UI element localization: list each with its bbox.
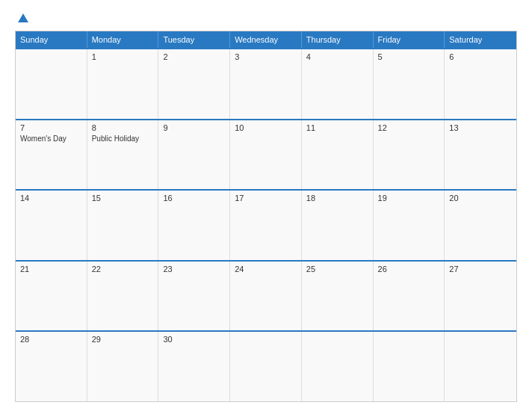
- day-number: 3: [235, 52, 297, 61]
- calendar-cell: 7Women's Day: [16, 120, 87, 190]
- day-number: 14: [20, 194, 82, 203]
- day-number: 1: [92, 52, 154, 61]
- day-number: 6: [449, 52, 512, 61]
- day-number: 28: [20, 335, 82, 344]
- day-number: 23: [163, 265, 225, 274]
- calendar-cell: 13: [445, 120, 516, 190]
- day-number: 26: [378, 265, 440, 274]
- calendar-cell: 11: [302, 120, 374, 190]
- calendar-cell: 12: [374, 120, 445, 190]
- calendar-cell: 15: [87, 191, 159, 260]
- calendar-cell: 10: [230, 120, 302, 190]
- header: [15, 13, 517, 23]
- calendar-cell: 1: [87, 49, 159, 119]
- day-number: 7: [20, 123, 82, 132]
- day-header-thursday: Thursday: [302, 31, 374, 48]
- calendar-cell: [230, 332, 302, 401]
- calendar-week-2: 7Women's Day8Public Holiday910111213: [16, 119, 516, 190]
- day-number: 29: [92, 335, 154, 344]
- day-header-friday: Friday: [374, 31, 445, 48]
- day-number: 10: [235, 123, 297, 132]
- calendar-cell: 16: [158, 191, 230, 260]
- day-number: 13: [449, 123, 512, 132]
- day-number: 9: [163, 123, 225, 132]
- calendar-cell: 25: [302, 262, 374, 331]
- day-number: 18: [306, 194, 368, 203]
- calendar-cell: 19: [374, 191, 445, 260]
- day-header-saturday: Saturday: [445, 31, 516, 48]
- calendar-body: 1234567Women's Day8Public Holiday9101112…: [16, 48, 516, 401]
- calendar: SundayMondayTuesdayWednesdayThursdayFrid…: [15, 31, 517, 402]
- calendar-cell: 8Public Holiday: [87, 120, 159, 190]
- calendar-cell: 30: [158, 332, 230, 401]
- day-number: 2: [163, 52, 225, 61]
- calendar-cell: 9: [158, 120, 230, 190]
- calendar-cell: 4: [302, 49, 374, 119]
- day-header-monday: Monday: [87, 31, 159, 48]
- event-label: Public Holiday: [92, 134, 154, 143]
- day-number: 4: [306, 52, 368, 61]
- calendar-week-1: 123456: [16, 48, 516, 119]
- day-number: 27: [449, 265, 512, 274]
- calendar-week-3: 14151617181920: [16, 189, 516, 260]
- day-number: 15: [92, 194, 154, 203]
- day-number: 20: [449, 194, 512, 203]
- logo: [15, 13, 28, 23]
- day-number: 8: [92, 123, 154, 132]
- day-number: 12: [378, 123, 440, 132]
- day-header-sunday: Sunday: [16, 31, 87, 48]
- day-number: 19: [378, 194, 440, 203]
- calendar-cell: [374, 332, 445, 401]
- calendar-week-4: 21222324252627: [16, 260, 516, 331]
- calendar-cell: 14: [16, 191, 87, 260]
- day-number: 11: [306, 123, 368, 132]
- calendar-cell: 27: [445, 262, 516, 331]
- calendar-cell: 3: [230, 49, 302, 119]
- calendar-cell: 21: [16, 262, 87, 331]
- calendar-header-row: SundayMondayTuesdayWednesdayThursdayFrid…: [16, 31, 516, 48]
- calendar-cell: 24: [230, 262, 302, 331]
- calendar-cell: [445, 332, 516, 401]
- day-number: 16: [163, 194, 225, 203]
- logo-triangle-icon: [18, 13, 28, 22]
- calendar-cell: 2: [158, 49, 230, 119]
- calendar-cell: 5: [374, 49, 445, 119]
- event-label: Women's Day: [20, 134, 82, 143]
- day-number: 25: [306, 265, 368, 274]
- calendar-cell: 20: [445, 191, 516, 260]
- calendar-cell: 17: [230, 191, 302, 260]
- day-header-wednesday: Wednesday: [230, 31, 302, 48]
- calendar-cell: 23: [158, 262, 230, 331]
- calendar-cell: [302, 332, 374, 401]
- logo-blue-row: [15, 13, 28, 23]
- calendar-cell: 29: [87, 332, 159, 401]
- day-number: 30: [163, 335, 225, 344]
- calendar-cell: 18: [302, 191, 374, 260]
- calendar-cell: [16, 49, 87, 119]
- day-number: 22: [92, 265, 154, 274]
- day-header-tuesday: Tuesday: [158, 31, 230, 48]
- day-number: 17: [235, 194, 297, 203]
- calendar-week-5: 282930: [16, 330, 516, 401]
- calendar-cell: 22: [87, 262, 159, 331]
- calendar-cell: 28: [16, 332, 87, 401]
- calendar-cell: 6: [445, 49, 516, 119]
- page: SundayMondayTuesdayWednesdayThursdayFrid…: [0, 0, 532, 411]
- day-number: 21: [20, 265, 82, 274]
- day-number: 5: [378, 52, 440, 61]
- day-number: 24: [235, 265, 297, 274]
- calendar-cell: 26: [374, 262, 445, 331]
